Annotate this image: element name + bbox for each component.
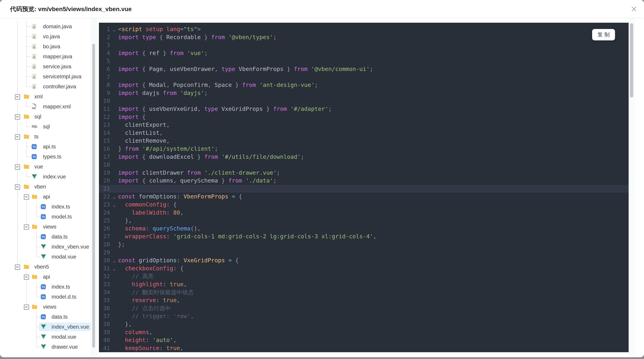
- tree-item-modal-vue[interactable]: modal.vue: [0, 252, 91, 262]
- tree-item-ts[interactable]: ts: [0, 132, 91, 142]
- line-number: 34: [99, 288, 110, 297]
- tree-item-label: modal.vue: [52, 252, 76, 262]
- collapse-toggle-icon[interactable]: [24, 275, 29, 280]
- collapse-toggle-icon[interactable]: [24, 305, 29, 310]
- fold-chevron-icon[interactable]: [111, 26, 118, 34]
- line-number: 27: [99, 232, 110, 241]
- collapse-toggle-icon[interactable]: [15, 114, 20, 119]
- line-number: 29: [99, 249, 110, 257]
- tree-item-label: types.ts: [43, 152, 61, 162]
- tree-item-label: ts: [34, 132, 38, 142]
- fold-chevron-icon[interactable]: [111, 193, 118, 201]
- tree-item-modal-vue[interactable]: modal.vue: [0, 332, 91, 342]
- close-icon[interactable]: [629, 4, 639, 14]
- vue-icon: [41, 254, 46, 259]
- tree-item-label: index.ts: [52, 282, 70, 292]
- code-line-5: 5: [99, 57, 628, 65]
- tree-item-model-d-ts[interactable]: TSmodel.d.ts: [0, 292, 91, 302]
- collapse-toggle-icon[interactable]: [24, 195, 29, 200]
- tree-item-label: data.ts: [52, 232, 68, 242]
- ts-icon: TS: [41, 214, 46, 219]
- code-text: <script setup lang="ts">: [118, 25, 201, 33]
- tree-item-model-ts[interactable]: TSmodel.ts: [0, 212, 91, 222]
- line-number: 41: [99, 344, 110, 352]
- tree-item-views[interactable]: views: [0, 222, 91, 232]
- collapse-toggle-icon[interactable]: [15, 134, 20, 139]
- collapse-toggle-icon[interactable]: [15, 94, 20, 99]
- code-line-10: 10: [99, 97, 628, 105]
- fold-chevron-icon[interactable]: [111, 265, 118, 273]
- line-number: 30: [99, 256, 110, 264]
- line-number: 20: [99, 177, 110, 185]
- java-icon: [32, 34, 36, 39]
- tree-item-api[interactable]: api: [0, 192, 91, 202]
- svg-text:XML: XML: [32, 107, 36, 109]
- tree-item-mapper-xml[interactable]: XMLmapper.xml: [0, 101, 91, 112]
- code-line-40: 40 height: 'auto',: [99, 336, 628, 344]
- svg-text:TS: TS: [42, 286, 45, 288]
- tree-item-drawer-vue[interactable]: drawer.vue: [0, 342, 91, 352]
- tree-item-vue[interactable]: vue: [0, 162, 91, 172]
- tree-item-index-ts[interactable]: TSindex.ts: [0, 202, 91, 212]
- tree-item-data-ts[interactable]: TSdata.ts: [0, 232, 91, 242]
- fold-chevron-icon[interactable]: [111, 257, 118, 265]
- tree-item-label: serviceImpl.java: [43, 71, 82, 81]
- line-number: 32: [99, 272, 110, 280]
- tree-item-index-ts[interactable]: TSindex.ts: [0, 282, 91, 292]
- java-icon: [32, 74, 36, 79]
- tree-item-types-ts[interactable]: TStypes.ts: [0, 152, 91, 162]
- tree-item-data-ts[interactable]: TSdata.ts: [0, 312, 91, 322]
- code-line-37: 37 // trigger: 'row',: [99, 312, 628, 320]
- code-line-18: 18: [99, 161, 628, 169]
- code-text: keepSource: true,: [118, 344, 184, 352]
- line-number: 9: [99, 89, 110, 97]
- collapse-toggle-icon[interactable]: [15, 265, 20, 270]
- tree-item-xml[interactable]: xml: [0, 91, 91, 101]
- line-number: 5: [99, 57, 110, 65]
- code-text: },: [118, 320, 132, 328]
- tree-item-vben[interactable]: vben: [0, 182, 91, 192]
- code-text: import { columns, querySchema } from './…: [118, 177, 276, 185]
- tree-item-sql[interactable]: SQLsql: [0, 122, 91, 132]
- line-number: 8: [99, 81, 110, 89]
- tree-item-api[interactable]: api: [0, 272, 91, 282]
- code-text: } from '#/api/system/client';: [118, 145, 218, 153]
- collapse-toggle-icon[interactable]: [15, 185, 20, 190]
- tree-item-index-vben-vue[interactable]: index_vben.vue: [0, 242, 91, 252]
- tree-item-label: api: [43, 192, 50, 202]
- tree-item-controller-java[interactable]: controller.java: [0, 81, 91, 91]
- tree-item-index-vben-vue[interactable]: index_vben.vue: [0, 322, 91, 332]
- ts-icon: TS: [41, 204, 46, 209]
- tree-item-bo-java[interactable]: bo.java: [0, 41, 91, 51]
- sidebar-scrollbar[interactable]: [91, 18, 96, 356]
- fold-chevron-icon[interactable]: [111, 201, 118, 209]
- tree-item-mapper-java[interactable]: mapper.java: [0, 51, 91, 61]
- code-line-9: 9import dayjs from 'dayjs';: [99, 89, 628, 97]
- tree-item-views[interactable]: views: [0, 302, 91, 312]
- line-number: 12: [99, 113, 110, 121]
- folder-icon: [24, 164, 29, 169]
- sidebar-scrollbar-thumb[interactable]: [92, 44, 95, 348]
- tree-item-vo-java[interactable]: vo.java: [0, 31, 91, 41]
- tree-item-index-vue[interactable]: index.vue: [0, 172, 91, 182]
- svg-text:TS: TS: [42, 296, 45, 298]
- tree-item-serviceimpl-java[interactable]: serviceImpl.java: [0, 71, 91, 81]
- tree-item-service-java[interactable]: service.java: [0, 61, 91, 71]
- code-text: schema: querySchema(),: [118, 225, 201, 233]
- folder-icon: [24, 264, 29, 269]
- collapse-toggle-icon[interactable]: [24, 225, 29, 230]
- code-scrollbar-thumb[interactable]: [630, 23, 633, 97]
- tree-item-domain-java[interactable]: domain.java: [0, 21, 91, 31]
- code-line-36: 36 // 点击行选中: [99, 304, 628, 312]
- tree-item-sql[interactable]: sql: [0, 112, 91, 122]
- svg-text:TS: TS: [42, 235, 45, 238]
- code-line-35: 35 reserve: true,: [99, 296, 628, 304]
- code-scrollbar[interactable]: [628, 18, 634, 356]
- collapse-toggle-icon[interactable]: [15, 164, 20, 169]
- tree-item-vben5[interactable]: vben5: [0, 262, 91, 272]
- code-line-39: 39 columns,: [99, 328, 628, 336]
- copy-button[interactable]: 复 制: [592, 29, 615, 40]
- code-text: reserve: true,: [118, 296, 180, 304]
- tree-item-api-ts[interactable]: TSapi.ts: [0, 142, 91, 152]
- tree-item-label: vue: [34, 162, 43, 172]
